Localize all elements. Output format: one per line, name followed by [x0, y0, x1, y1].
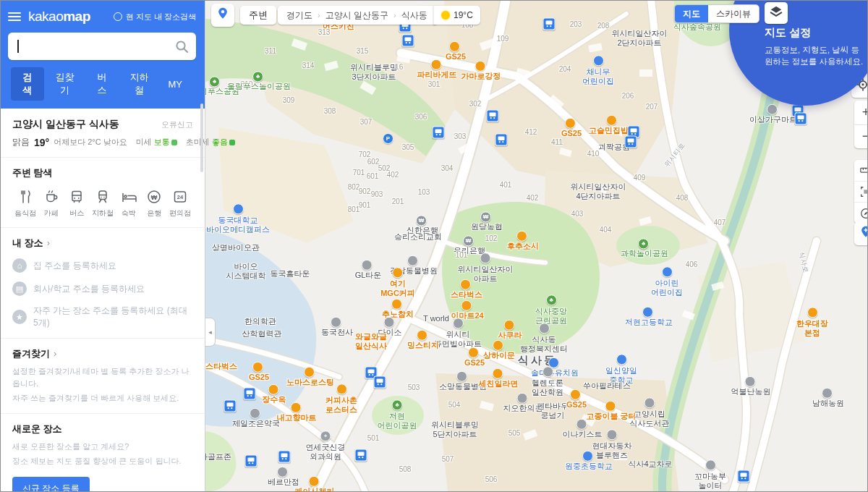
map-poi[interactable]: ₩원당농협 [471, 209, 503, 232]
bus-stop-icon[interactable] [487, 109, 499, 123]
map-poi[interactable]: 내고향마트 [277, 402, 317, 423]
map-poi[interactable]: 동국천사 [321, 317, 353, 337]
current-map-search-toggle[interactable]: 현 지도 내 장소검색 [114, 12, 196, 22]
bus-stop-icon[interactable] [244, 387, 256, 401]
breadcrumb-item[interactable]: 식사동 [388, 9, 427, 22]
nearby-category-food[interactable]: 음식점 [14, 189, 37, 219]
map-poi[interactable]: 파리바게뜨 [417, 59, 457, 80]
map-poi[interactable]: +연세굿신경외과의원 [306, 430, 346, 462]
map-poi[interactable]: 식사동행정복지센터 [520, 323, 568, 354]
map-poi[interactable]: 케이시첼리 [295, 476, 335, 492]
tab-route[interactable]: 길찾기 [44, 67, 86, 101]
sidebar-collapse-button[interactable]: ◂ [205, 318, 216, 347]
bus-stop-icon[interactable] [224, 399, 237, 413]
nearby-category-store[interactable]: 24편의점 [169, 189, 192, 219]
map-poi[interactable]: 위시티쥬먼빌아파트 [434, 318, 482, 349]
register-new-place-button[interactable]: 신규 장소 등록 [12, 477, 90, 492]
sidebar-scrollbar[interactable] [200, 103, 203, 172]
bus-stop-icon[interactable] [738, 470, 750, 483]
search-input[interactable] [8, 33, 196, 60]
my-place-home[interactable]: ⌂집 주소를 등록하세요 [12, 258, 193, 273]
map-poi[interactable]: 위시티일산자이2단지아파트 [612, 29, 668, 48]
bus-stop-icon[interactable] [625, 135, 637, 149]
map-poi[interactable]: 저현고등학교 [625, 307, 673, 327]
bus-stop-icon[interactable] [795, 112, 807, 126]
bus-stop-icon[interactable] [543, 17, 556, 31]
map-poi[interactable]: GS25 [561, 118, 582, 138]
map-poi[interactable]: 사쿠라 [498, 320, 522, 340]
map-poi[interactable]: 원중초등학교 [565, 451, 613, 471]
map-poi[interactable]: 승리소리교회 [394, 232, 442, 242]
map-poi[interactable]: 스타벅스 [451, 279, 482, 300]
map-poi[interactable]: 한의학관 [244, 317, 276, 326]
map-poi[interactable]: 후추소시 [507, 231, 539, 251]
map-poi[interactable]: GS25 [464, 347, 485, 368]
map-poi[interactable]: 세친일라면 [479, 368, 519, 389]
measure-distance-button[interactable] [854, 160, 868, 181]
nearby-button[interactable]: 주변 [240, 6, 276, 25]
map-poi[interactable]: 아이린어린이집 [651, 266, 683, 297]
my-place-star[interactable]: ★자주 가는 장소 주소를 등록하세요 (최대 5개) [12, 305, 193, 329]
map-poi[interactable]: 산학협력관 [242, 329, 282, 339]
map-poi[interactable]: 이상가구마트 [749, 104, 797, 124]
tab-bus[interactable]: 버스 [85, 67, 119, 101]
breadcrumb-item[interactable]: 고양시 일산동구 [312, 9, 388, 22]
map-poi[interactable]: ♣저현어린이공원 [378, 399, 417, 430]
parking-icon[interactable]: P [383, 131, 396, 144]
bus-stop-icon[interactable] [245, 454, 258, 468]
map-poi[interactable]: 펜타바우쿵넘기 [537, 402, 569, 420]
weather-report-link[interactable]: 오류신고 [161, 119, 193, 130]
map-poi[interactable]: 사골프존 [205, 452, 231, 462]
map-canvas[interactable]: 어스키친313311314315316310309308307306305702… [205, 1, 868, 492]
map-weather-chip[interactable]: 19°C [433, 6, 480, 25]
map-poi[interactable]: 식사4교차로 [628, 459, 672, 469]
map-poi[interactable]: GS25 [249, 362, 269, 382]
hamburger-menu-icon[interactable] [8, 9, 21, 25]
roadview-compass-button[interactable] [854, 202, 868, 224]
nearby-category-bus[interactable]: 버스 [65, 189, 88, 219]
tab-my[interactable]: MY [161, 75, 191, 93]
map-poi[interactable]: 채니무어린이집 [582, 55, 614, 86]
map-poi[interactable]: 남해농원 [812, 388, 844, 408]
map-poi[interactable]: 바이오시스템대학 [226, 262, 266, 281]
map-poi[interactable]: 제일조은약국 [232, 408, 280, 428]
my-place-office[interactable]: ▤회사/학교 주소를 등록하세요 [12, 281, 193, 296]
current-location-pin-button[interactable] [211, 4, 234, 27]
map-poi[interactable]: 동국대학교바이오메디캠퍼스 [206, 203, 270, 234]
map-view-button[interactable]: 지도 [675, 5, 708, 22]
nearby-category-cafe[interactable]: 카페 [40, 189, 63, 219]
map-poi[interactable]: GS25 [566, 389, 587, 410]
bus-stop-icon[interactable] [402, 34, 414, 48]
map-poi[interactable]: 커피사촌로스터스 [326, 383, 357, 415]
favorites-title[interactable]: 즐겨찾기 [12, 347, 56, 360]
map-poi[interactable]: 꼬마농부놀이터 [694, 459, 726, 491]
map-poi[interactable]: 상명바이오관 [212, 243, 260, 253]
map-poi[interactable]: 억불난농원 [731, 376, 771, 396]
tab-subway[interactable]: 지하철 [119, 67, 161, 101]
tab-search[interactable]: 검색 [11, 67, 44, 101]
bus-stop-icon[interactable] [374, 376, 386, 389]
bus-stop-icon[interactable] [278, 450, 291, 464]
map-poi[interactable]: 한우대장본점 [796, 307, 828, 338]
map-poi[interactable]: 동국홈타운 [271, 269, 310, 279]
map-poi[interactable]: 고양시립식사도서관 [630, 397, 670, 428]
area-select-button[interactable] [854, 181, 868, 203]
nearby-category-bank[interactable]: ₩은행 [142, 189, 166, 219]
my-places-title[interactable]: 내 장소 [12, 237, 50, 250]
map-poi[interactable]: 위시티블루밍3단지아파트 [350, 63, 398, 82]
map-poi[interactable]: 일신양일중학교 [605, 354, 637, 385]
nearby-category-stay[interactable]: 숙박 [117, 189, 140, 219]
zoom-out-button[interactable]: − [854, 125, 868, 149]
map-poi[interactable]: 위시티일산자이4단지아파트 [571, 182, 626, 201]
map-poi[interactable]: 와글와글일산식사 [355, 332, 387, 351]
skyview-button[interactable]: 스카이뷰 [708, 5, 759, 22]
search-icon[interactable] [175, 40, 189, 54]
roadview-pin-button[interactable] [854, 222, 868, 245]
nearby-category-subway[interactable]: 지하철 [91, 189, 114, 219]
map-poi[interactable]: ♣과학놀이공원 [621, 236, 668, 258]
zoom-in-button[interactable]: + [854, 101, 868, 125]
breadcrumb-item[interactable]: 경기도 [286, 9, 312, 22]
map-poi[interactable]: ♣울림푸스놀이공원 [227, 69, 291, 91]
bus-stop-icon[interactable] [355, 449, 367, 462]
map-poi[interactable]: 상하이문 [483, 340, 515, 360]
